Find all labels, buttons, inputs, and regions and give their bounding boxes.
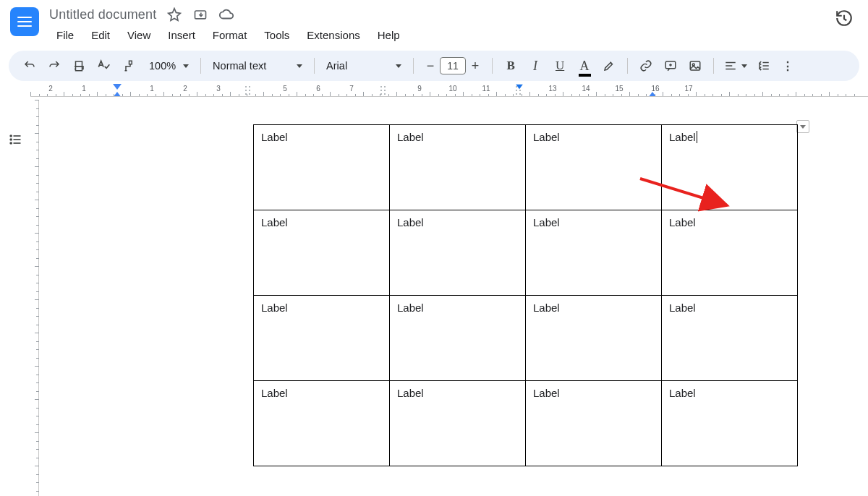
svg-point-7 [10,142,12,144]
menu-tools[interactable]: Tools [257,26,297,44]
spellcheck-button[interactable] [93,55,114,77]
table-cell[interactable]: Label [662,296,798,381]
table-cell[interactable]: Label [662,125,798,210]
svg-point-6 [10,139,12,140]
document-title[interactable]: Untitled document [49,7,156,22]
table-cell[interactable]: Label [662,381,798,466]
ruler-label: 14 [582,85,590,93]
line-spacing-button[interactable] [753,55,775,77]
paragraph-style-dropdown[interactable]: Normal text [208,60,302,72]
svg-point-5 [10,135,12,137]
ruler-label: 1 [82,85,86,93]
menu-help[interactable]: Help [370,26,407,44]
print-button[interactable] [68,55,90,77]
paragraph-style-value: Normal text [208,60,271,72]
cloud-status-icon[interactable] [218,7,234,22]
menu-file[interactable]: File [49,26,81,44]
redo-button[interactable] [43,55,65,77]
font-size-control: − 11 + [421,56,485,75]
outline-toggle-button[interactable] [4,129,26,150]
title-bar: Untitled document File Edit View Insert … [0,0,868,46]
paint-format-button[interactable] [117,55,139,77]
ruler-drag-handle[interactable] [380,86,388,95]
font-size-increase[interactable]: + [466,56,485,75]
add-comment-button[interactable] [660,55,681,77]
menu-bar: File Edit View Insert Format Tools Exten… [49,26,407,44]
ruler-label: 7 [349,85,354,93]
ruler-label: 13 [548,85,556,93]
table-cell[interactable]: Label [390,381,526,466]
insert-link-button[interactable] [635,55,657,77]
table-cell[interactable]: Label [254,381,390,466]
insert-image-button[interactable] [684,55,706,77]
bold-button[interactable]: B [500,55,522,77]
table-cell[interactable]: Label [526,296,662,381]
table-cell[interactable]: Label [526,381,662,466]
ruler-label: 5 [283,85,287,93]
table-cell[interactable]: Label [526,125,662,210]
ruler-drag-handle[interactable] [245,86,252,95]
table-cell[interactable]: Label [526,210,662,296]
underline-button[interactable]: U [549,55,571,77]
text-cursor [697,131,697,143]
table-cell[interactable]: Label [390,125,526,210]
undo-button[interactable] [19,55,41,77]
menu-insert[interactable]: Insert [161,26,203,44]
text-color-button[interactable]: A [574,55,595,77]
version-history-icon[interactable] [835,9,854,27]
italic-button[interactable]: I [524,55,546,77]
highlight-button[interactable] [598,55,620,77]
table-cell[interactable]: Label [254,210,390,296]
zoom-value: 100% [145,60,180,72]
svg-rect-1 [76,67,82,71]
font-dropdown[interactable]: Arial [322,60,401,72]
cell-text: Label [669,131,696,143]
star-icon[interactable] [166,7,182,22]
table-cell[interactable]: Label [254,125,390,210]
font-value: Arial [322,60,352,72]
ruler-label: 15 [615,85,623,93]
chevron-down-icon [183,64,189,68]
workspace: LabelLabelLabelLabelLabelLabelLabelLabel… [0,100,868,496]
ruler-label: 11 [482,85,490,93]
table-cell[interactable]: Label [390,210,526,296]
ruler-label: 17 [684,85,692,93]
ruler-label: 10 [448,85,456,93]
vertical-ruler[interactable] [27,100,39,496]
ruler-label: 2 [183,85,187,93]
zoom-dropdown[interactable]: 100% [145,60,189,72]
ruler-label: 2 [48,85,53,93]
font-size-value[interactable]: 11 [440,57,466,74]
font-size-decrease[interactable]: − [421,56,440,75]
document-page[interactable]: LabelLabelLabelLabelLabelLabelLabelLabel… [43,100,864,496]
svg-rect-3 [690,61,700,70]
table-cell[interactable]: Label [390,296,526,381]
table-options-handle[interactable] [796,120,809,133]
ruler-label: 1 [150,85,154,93]
document-table[interactable]: LabelLabelLabelLabelLabelLabelLabelLabel… [253,124,798,466]
table-cell[interactable]: Label [254,296,390,381]
menu-view[interactable]: View [120,26,158,44]
chevron-down-icon [741,64,747,68]
chevron-down-icon [396,64,401,68]
menu-edit[interactable]: Edit [84,26,117,44]
ruler-label: 3 [216,85,221,93]
move-icon[interactable] [192,7,208,22]
table-cell[interactable]: Label [662,210,798,296]
ruler-label: 9 [417,85,422,93]
align-dropdown[interactable] [721,55,750,77]
format-toolbar: 100% Normal text Arial − 11 + B I U A ⋮ [9,51,859,81]
ruler-label: 6 [316,85,320,93]
menu-format[interactable]: Format [205,26,255,44]
menu-extensions[interactable]: Extensions [299,26,367,44]
more-button[interactable]: ⋮ [778,55,799,77]
docs-app-icon[interactable] [10,7,39,36]
chevron-down-icon [297,64,302,68]
